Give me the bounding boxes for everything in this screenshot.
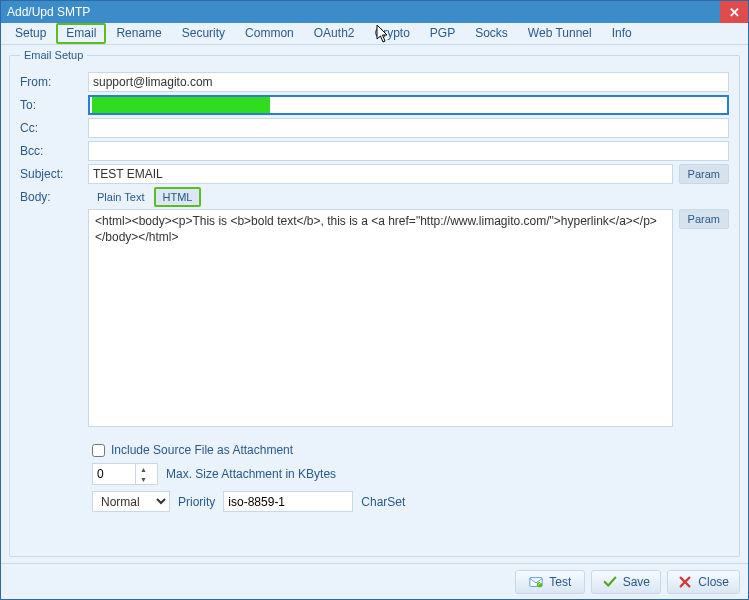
close-button[interactable]: Close (667, 570, 740, 594)
smtp-dialog-window: Add/Upd SMTP ✕ Setup Email Rename Securi… (0, 0, 749, 600)
titlebar: Add/Upd SMTP ✕ (1, 1, 748, 23)
tab-crypto[interactable]: Crypto (364, 23, 419, 44)
label-body: Body: (20, 187, 82, 204)
label-to: To: (20, 98, 82, 112)
body-textarea[interactable]: <html><body><p>This is <b>bold text</b>,… (88, 209, 673, 427)
row-to: To: (20, 95, 729, 115)
svg-point-1 (537, 582, 542, 587)
test-button[interactable]: Test (515, 570, 585, 594)
tab-security[interactable]: Security (172, 23, 235, 44)
max-size-input[interactable] (93, 464, 135, 484)
spin-buttons: ▲ ▼ (135, 464, 151, 484)
close-button-label: Close (698, 575, 729, 589)
max-size-label: Max. Size Attachment in KBytes (166, 467, 336, 481)
tab-oauth2[interactable]: OAuth2 (304, 23, 365, 44)
subject-param-button[interactable]: Param (679, 164, 729, 184)
charset-input[interactable] (223, 491, 353, 512)
window-close-button[interactable]: ✕ (720, 1, 748, 23)
form-area: Email Setup From: To: Cc: Bcc: (1, 45, 748, 563)
window-title: Add/Upd SMTP (7, 5, 720, 19)
tab-webtunnel[interactable]: Web Tunnel (518, 23, 602, 44)
test-button-label: Test (549, 575, 571, 589)
row-priority-charset: Normal Priority CharSet (20, 491, 729, 512)
charset-label: CharSet (361, 495, 405, 509)
dialog-footer: Test Save Close (1, 563, 748, 599)
body-tab-plaintext[interactable]: Plain Text (88, 187, 154, 207)
check-icon (603, 575, 617, 589)
include-attachment-checkbox[interactable] (92, 444, 105, 457)
subject-input[interactable] (88, 164, 673, 184)
bcc-input[interactable] (88, 141, 729, 161)
row-include-attachment: Include Source File as Attachment (20, 443, 729, 457)
label-from: From: (20, 75, 82, 89)
body-param-button[interactable]: Param (679, 209, 729, 229)
body-tabstrip: Plain Text HTML (88, 187, 729, 207)
include-attachment-label[interactable]: Include Source File as Attachment (111, 443, 293, 457)
tab-rename[interactable]: Rename (106, 23, 171, 44)
email-setup-group: Email Setup From: To: Cc: Bcc: (9, 49, 740, 557)
save-button[interactable]: Save (591, 570, 661, 594)
body-tab-html[interactable]: HTML (154, 187, 202, 207)
priority-label: Priority (178, 495, 215, 509)
save-button-label: Save (623, 575, 650, 589)
spin-up-button[interactable]: ▲ (136, 464, 151, 474)
label-subject: Subject: (20, 167, 82, 181)
row-from: From: (20, 72, 729, 92)
tab-setup[interactable]: Setup (5, 23, 56, 44)
label-bcc: Bcc: (20, 144, 82, 158)
cc-input[interactable] (88, 118, 729, 138)
to-input[interactable] (88, 95, 729, 115)
priority-select[interactable]: Normal (92, 491, 170, 512)
row-body: Body: Plain Text HTML <html><body><p>Thi… (20, 187, 729, 427)
from-input[interactable] (88, 72, 729, 92)
tab-common[interactable]: Common (235, 23, 304, 44)
x-icon (678, 575, 692, 589)
tab-email[interactable]: Email (56, 23, 106, 44)
test-icon (529, 575, 543, 589)
tab-socks[interactable]: Socks (465, 23, 518, 44)
tab-pgp[interactable]: PGP (420, 23, 465, 44)
row-cc: Cc: (20, 118, 729, 138)
close-icon: ✕ (729, 5, 740, 20)
group-legend: Email Setup (20, 49, 87, 61)
row-max-size: ▲ ▼ Max. Size Attachment in KBytes (20, 463, 729, 485)
label-cc: Cc: (20, 121, 82, 135)
spin-down-button[interactable]: ▼ (136, 474, 151, 484)
row-bcc: Bcc: (20, 141, 729, 161)
row-subject: Subject: Param (20, 164, 729, 184)
main-tabstrip: Setup Email Rename Security Common OAuth… (1, 23, 748, 45)
tab-info[interactable]: Info (602, 23, 642, 44)
max-size-spinner[interactable]: ▲ ▼ (92, 463, 158, 485)
